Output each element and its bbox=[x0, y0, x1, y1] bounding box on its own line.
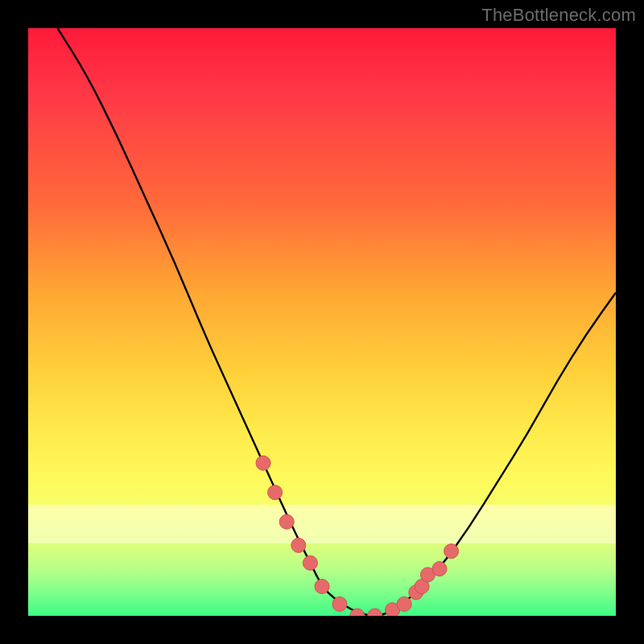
marker-dot bbox=[291, 538, 306, 552]
marker-dot bbox=[332, 597, 347, 611]
marker-dot bbox=[303, 555, 317, 570]
marker-dot bbox=[268, 485, 283, 500]
marker-dot bbox=[432, 562, 447, 576]
plot-area bbox=[28, 28, 616, 616]
marker-dot bbox=[279, 514, 294, 529]
marker-dot bbox=[444, 544, 459, 559]
marker-dot bbox=[397, 597, 411, 611]
watermark-text: TheBottleneck.com bbox=[481, 5, 636, 26]
marker-dot bbox=[368, 609, 382, 616]
marker-group bbox=[256, 456, 459, 616]
marker-dot bbox=[256, 456, 270, 470]
chart-frame: TheBottleneck.com bbox=[0, 0, 644, 644]
chart-svg bbox=[28, 28, 616, 616]
marker-dot bbox=[315, 580, 329, 594]
bottleneck-curve bbox=[58, 28, 617, 616]
